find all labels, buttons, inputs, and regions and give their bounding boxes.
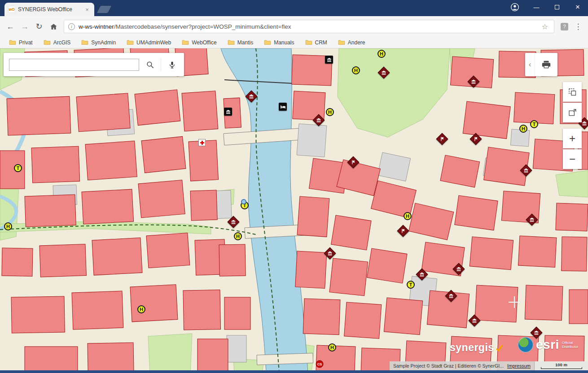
url-domain: w-ws-wintner [79,23,114,30]
scale-label: 100 m [555,363,567,367]
stop-marker-H: H [328,343,336,351]
forward-button[interactable]: → [18,20,31,33]
maximize-button[interactable] [547,0,567,14]
landmark-marker [325,56,333,64]
map-canvas[interactable]: HHHHHHHHHTTTTCS ‹ + − synergis [0,48,588,373]
bookmark-andere[interactable]: Andere [334,39,369,47]
folder-icon [182,39,189,45]
synergis-swoosh-icon [495,344,503,351]
url-text: w-ws-wintner/Mastercodebase/synserver?pr… [79,23,536,30]
stop-marker-H: H [137,305,145,313]
stop-marker-H: H [234,232,242,240]
print-button[interactable] [535,53,557,76]
stop-marker-H: H [404,212,412,220]
printer-icon [541,60,551,69]
zoom-out-button[interactable]: − [563,149,582,169]
bookmark-mantis[interactable]: Mantis [224,39,257,47]
back-button[interactable]: ← [4,20,17,33]
impressum-link[interactable]: Impressum [504,363,534,369]
folder-icon [338,39,345,45]
select-tool-button[interactable] [563,82,582,102]
copyright-text: Sample Project © Stadt Graz | Editieren … [390,363,504,369]
bookmark-manuals[interactable]: Manuals [260,39,298,47]
window-controls: — × [507,0,588,14]
stop-marker-T: T [407,281,415,289]
landmark-marker [380,69,388,77]
crosshair-icon [509,296,520,308]
scale-line [541,367,582,369]
landmark-marker [418,270,426,279]
folder-icon [127,39,134,45]
close-button[interactable]: × [567,0,588,14]
bookmark-privat[interactable]: Privat [5,39,36,47]
bookmarks-bar: Privat ArcGIS SynAdmin UMAdminWeb WebOff… [0,37,588,48]
bookmark-crm[interactable]: CRM [302,39,331,47]
bluedot-marker [241,199,246,204]
extent-tool-button[interactable] [563,103,582,122]
folder-icon [81,39,88,45]
bookmark-weboffice[interactable]: WebOffice [178,39,220,47]
zoom-in-button[interactable]: + [563,129,582,148]
tab-title: SYNERGIS WebOffice [18,6,81,13]
stop-marker-H: H [326,108,334,116]
bookmark-synadmin[interactable]: SynAdmin [78,39,119,47]
landmark-marker [522,166,531,175]
page-info-icon[interactable]: i [68,23,75,30]
stop-marker-T: T [14,164,22,172]
folder-icon [228,39,235,45]
new-tab-button[interactable] [97,6,112,13]
esri-globe-icon [518,337,533,352]
reload-button[interactable]: ↻ [32,20,46,33]
extension-icon[interactable]: ? [561,23,568,30]
landmark-marker [447,292,456,300]
profile-icon[interactable] [507,0,522,14]
address-bar[interactable]: i w-ws-wintner/Mastercodebase/synserver?… [64,20,554,33]
search-button[interactable] [143,58,157,71]
bookmark-umadminweb[interactable]: UMAdminWeb [123,39,175,47]
tab-close-icon[interactable]: × [83,6,91,13]
landmark-marker [532,329,541,337]
collapse-panel-button[interactable]: ‹ [525,53,535,76]
bookmark-star-icon[interactable]: ☆ [540,22,550,31]
search-icon [146,61,154,69]
flag-marker [399,227,408,235]
tab-favicon-icon: wO [8,6,15,13]
cross-marker [198,139,206,146]
map-tools [563,82,582,122]
flag-marker [438,135,447,143]
landmark-marker [224,108,232,116]
maximize-icon [555,5,559,9]
badge-marker: CS [316,360,324,368]
landmark-marker [528,216,536,224]
window-bottom-border [0,370,588,373]
search-input[interactable] [9,59,139,71]
browser-tab[interactable]: wO SYNERGIS WebOffice × [4,3,94,16]
folder-icon [44,39,51,45]
browser-toolbar: ← → ↻ i w-ws-wintner/Mastercodebase/syns… [0,16,588,37]
bookmark-arcgis[interactable]: ArcGIS [40,39,75,47]
flag-marker [349,158,358,167]
stop-marker-T: T [530,120,538,128]
voice-search-button[interactable] [165,58,179,71]
map-statusbar: Sample Project © Stadt Graz | Editieren … [390,361,588,370]
window-titlebar: wO SYNERGIS WebOffice × — × [0,0,588,16]
folder-icon [305,39,312,45]
home-button[interactable] [47,20,60,33]
landmark-marker [470,317,479,325]
landmark-marker [247,92,256,101]
map-extent-icon [568,108,577,117]
landmark-marker [326,249,334,258]
url-path: /Mastercodebase/synserver?project=WOSP_m… [114,23,291,30]
landmark-marker [315,116,323,125]
divider [161,58,161,71]
browser-menu-icon[interactable]: ⋮ [572,22,584,31]
stop-marker-H: H [352,66,360,74]
minimize-button[interactable]: — [526,0,547,14]
print-panel: ‹ [525,53,557,76]
zoom-controls: + − [563,129,582,169]
landmark-marker [229,218,238,226]
landmark-marker [470,78,478,86]
poi-marker-layer: HHHHHHHHHTTTTCS [0,48,588,373]
scale-bar: 100 m [534,361,588,370]
folder-icon [264,39,271,45]
